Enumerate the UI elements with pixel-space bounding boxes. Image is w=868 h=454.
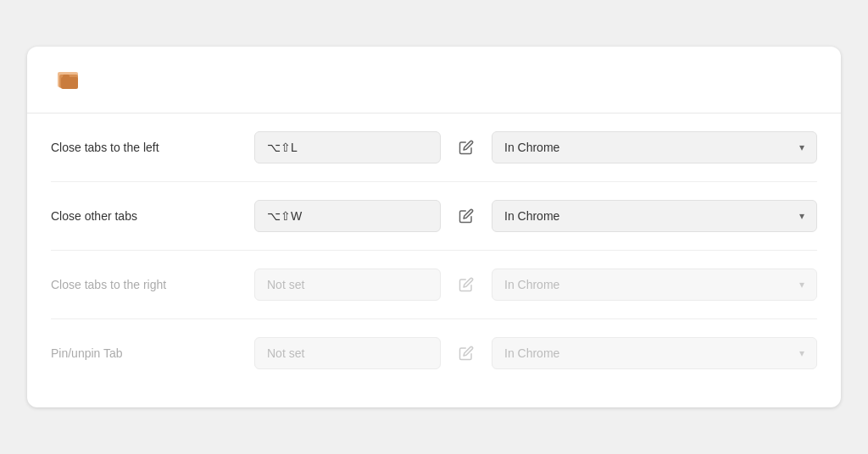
shortcut-label-close-tabs-left: Close tabs to the left <box>51 141 254 154</box>
svg-rect-3 <box>63 75 70 79</box>
context-dropdown-pin-unpin-tab: In Chrome▾ <box>492 337 817 369</box>
dropdown-arrow-icon-close-tabs-left: ▾ <box>799 141 804 153</box>
shortcut-label-pin-unpin-tab: Pin/unpin Tab <box>51 346 254 360</box>
edit-button-close-other-tabs[interactable] <box>449 199 483 233</box>
shortcut-key-pin-unpin-tab: Not set <box>254 337 441 369</box>
dropdown-arrow-icon-close-other-tabs: ▾ <box>799 210 804 222</box>
shortcut-label-close-other-tabs: Close other tabs <box>51 209 254 223</box>
shortcut-key-close-tabs-left[interactable]: ⌥⇧L <box>254 131 441 163</box>
shortcut-row-pin-unpin-tab: Pin/unpin TabNot set In Chrome▾ <box>51 319 817 387</box>
svg-rect-2 <box>61 77 78 89</box>
tabs-icon <box>51 64 85 97</box>
shortcut-row-close-other-tabs: Close other tabs⌥⇧W In Chrome▾ <box>51 182 817 251</box>
dropdown-arrow-icon-pin-unpin-tab: ▾ <box>799 347 804 359</box>
card-header <box>27 47 841 114</box>
shortcut-row-close-tabs-right: Close tabs to the rightNot set In Chrome… <box>51 251 817 319</box>
shortcuts-list: Close tabs to the left⌥⇧L In Chrome▾Clos… <box>27 114 841 387</box>
shortcut-key-close-other-tabs[interactable]: ⌥⇧W <box>254 200 441 232</box>
edit-button-pin-unpin-tab[interactable] <box>449 336 483 370</box>
pencil-icon <box>459 140 474 155</box>
shortcut-key-close-tabs-right: Not set <box>254 269 441 301</box>
pencil-icon <box>459 208 474 224</box>
context-dropdown-close-tabs-left[interactable]: In Chrome▾ <box>492 131 817 163</box>
shortcut-row-close-tabs-left: Close tabs to the left⌥⇧L In Chrome▾ <box>51 114 817 182</box>
context-label-pin-unpin-tab: In Chrome <box>504 346 559 360</box>
shortcuts-card: Close tabs to the left⌥⇧L In Chrome▾Clos… <box>27 47 841 407</box>
shortcut-label-close-tabs-right: Close tabs to the right <box>51 278 254 291</box>
edit-button-close-tabs-left[interactable] <box>449 130 483 164</box>
pencil-icon <box>459 277 474 292</box>
context-label-close-tabs-right: In Chrome <box>504 278 559 291</box>
edit-button-close-tabs-right[interactable] <box>449 268 483 302</box>
context-dropdown-close-other-tabs[interactable]: In Chrome▾ <box>492 200 817 232</box>
context-label-close-other-tabs: In Chrome <box>504 209 559 223</box>
pencil-icon <box>459 346 474 361</box>
dropdown-arrow-icon-close-tabs-right: ▾ <box>799 279 804 291</box>
context-dropdown-close-tabs-right: In Chrome▾ <box>492 269 817 301</box>
context-label-close-tabs-left: In Chrome <box>504 141 559 154</box>
